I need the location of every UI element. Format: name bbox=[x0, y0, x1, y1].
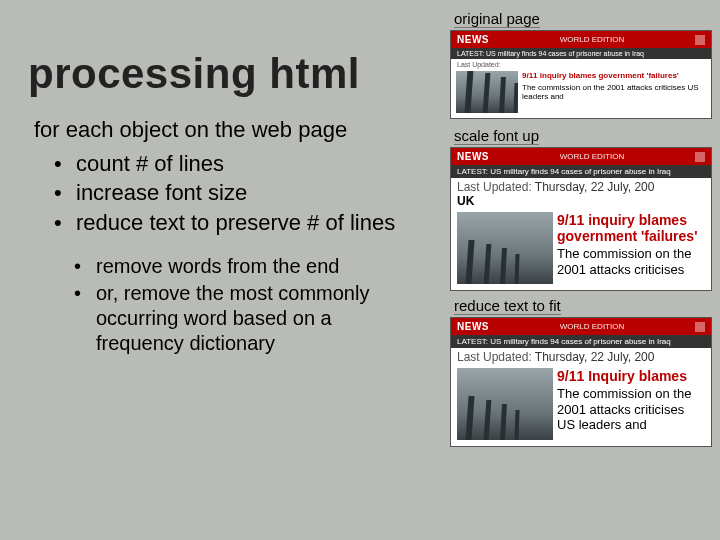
header-square-icon bbox=[695, 35, 705, 45]
sample-body: 9/11 inquiry blames government 'failures… bbox=[451, 208, 711, 290]
sample-page: NEWS WORLD EDITION LATEST: US military f… bbox=[450, 30, 712, 119]
last-updated: Last Updated: bbox=[451, 59, 711, 68]
bullet-item: reduce text to preserve # of lines bbox=[54, 209, 414, 237]
caption-original: original page bbox=[454, 10, 540, 28]
edition-text: WORLD EDITION bbox=[560, 322, 624, 331]
last-updated-label: Last Updated: bbox=[457, 61, 501, 68]
sample-header: NEWS WORLD EDITION bbox=[451, 31, 711, 48]
sample-story: 9/11 inquiry blames government 'failures… bbox=[557, 212, 705, 284]
last-updated-value: Thursday, 22 July, 200 bbox=[535, 180, 655, 194]
last-updated-label: Last Updated: bbox=[457, 350, 532, 364]
last-updated-value: Thursday, 22 July, 200 bbox=[535, 350, 655, 364]
edition-text: WORLD EDITION bbox=[560, 152, 624, 161]
last-updated-label: Last Updated: bbox=[457, 180, 532, 194]
sample-story: 9/11 inquiry blames government 'failures… bbox=[522, 71, 706, 113]
brand-text: NEWS bbox=[457, 321, 489, 332]
slide: processing html for each object on the w… bbox=[0, 0, 720, 540]
story-copy: The commission on the 2001 attacks criti… bbox=[522, 83, 706, 102]
sample-story: 9/11 Inquiry blames The commission on th… bbox=[557, 368, 705, 440]
edition-text: WORLD EDITION bbox=[560, 35, 624, 44]
country-label: UK bbox=[457, 194, 705, 208]
examples-column: original page NEWS WORLD EDITION LATEST:… bbox=[450, 10, 720, 451]
example-scaled: scale font up NEWS WORLD EDITION LATEST:… bbox=[450, 127, 720, 291]
sub-bullet-item: or, remove the most commonly occurring w… bbox=[74, 281, 414, 356]
sample-header: NEWS WORLD EDITION bbox=[451, 318, 711, 335]
story-copy: The commission on the 2001 attacks criti… bbox=[557, 246, 705, 277]
story-copy: The commission on the 2001 attacks criti… bbox=[557, 386, 705, 433]
header-square-icon bbox=[695, 322, 705, 332]
bullet-list: count # of lines increase font size redu… bbox=[54, 150, 414, 237]
sample-page: NEWS WORLD EDITION LATEST: US military f… bbox=[450, 317, 712, 447]
caption-scaled: scale font up bbox=[454, 127, 539, 145]
sub-bullet-list: remove words from the end or, remove the… bbox=[74, 254, 414, 356]
sample-body: 9/11 inquiry blames government 'failures… bbox=[451, 68, 711, 118]
slide-body: for each object on the web page count # … bbox=[34, 116, 414, 356]
example-reduced: reduce text to fit NEWS WORLD EDITION LA… bbox=[450, 297, 720, 447]
sample-image bbox=[456, 71, 518, 113]
bullet-item: count # of lines bbox=[54, 150, 414, 178]
story-headline: 9/11 inquiry blames government 'failures… bbox=[557, 212, 705, 244]
lead-line: for each object on the web page bbox=[34, 116, 414, 144]
sub-bullet-item: remove words from the end bbox=[74, 254, 414, 279]
sample-header: NEWS WORLD EDITION bbox=[451, 148, 711, 165]
latest-bar: LATEST: US military finds 94 cases of pr… bbox=[451, 335, 711, 348]
last-updated: Last Updated: Thursday, 22 July, 200 UK bbox=[451, 178, 711, 208]
example-original: original page NEWS WORLD EDITION LATEST:… bbox=[450, 10, 720, 119]
story-headline: 9/11 inquiry blames government 'failures… bbox=[522, 71, 706, 81]
latest-bar: LATEST: US military finds 94 cases of pr… bbox=[451, 48, 711, 59]
header-square-icon bbox=[695, 152, 705, 162]
bullet-item: increase font size bbox=[54, 179, 414, 207]
sample-body: 9/11 Inquiry blames The commission on th… bbox=[451, 364, 711, 446]
latest-bar: LATEST: US military finds 94 cases of pr… bbox=[451, 165, 711, 178]
sample-image bbox=[457, 368, 553, 440]
sample-image bbox=[457, 212, 553, 284]
brand-text: NEWS bbox=[457, 151, 489, 162]
story-headline: 9/11 Inquiry blames bbox=[557, 368, 705, 384]
last-updated: Last Updated: Thursday, 22 July, 200 bbox=[451, 348, 711, 364]
sample-page: NEWS WORLD EDITION LATEST: US military f… bbox=[450, 147, 712, 291]
brand-text: NEWS bbox=[457, 34, 489, 45]
caption-reduced: reduce text to fit bbox=[454, 297, 561, 315]
